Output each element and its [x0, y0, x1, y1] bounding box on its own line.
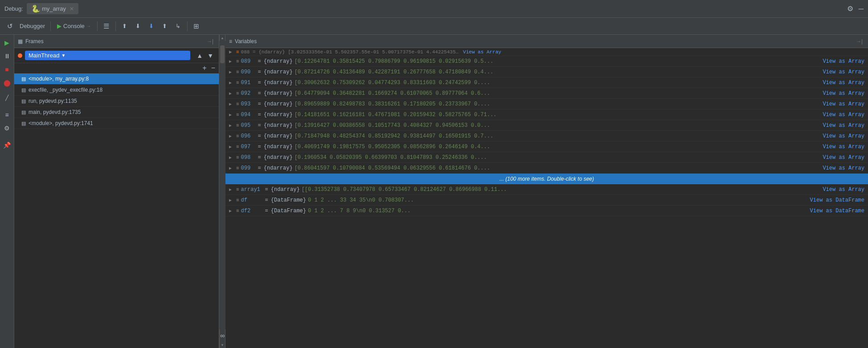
var-index-092: 092 — [241, 90, 255, 97]
view-as-link-099[interactable]: View as Array — [823, 165, 864, 171]
frame-label-3: main, pydevd.py:1735 — [29, 109, 81, 115]
var-value-098: [0.1960534 0.05820395 0.66399703 0.81047… — [295, 154, 819, 161]
var-value-094: [0.14181651 0.16216181 0.47671081 0.2015… — [295, 112, 819, 118]
scroll-track[interactable] — [219, 41, 225, 329]
thread-nav-up-btn[interactable]: ▲ — [195, 51, 205, 60]
variables-icon: ≡ — [229, 38, 232, 45]
variables-pin-btn[interactable]: →| — [854, 37, 864, 45]
var-name-df2: df2 — [241, 208, 262, 214]
separator-3 — [115, 21, 116, 31]
var-row-df2[interactable]: ▶ ≡ df2 = {DataFrame} 0 1 2 ... 7 8 9\n0… — [225, 206, 868, 216]
expand-icon-094[interactable]: ▶ — [229, 112, 234, 117]
view-as-link-090[interactable]: View as Array — [823, 69, 864, 75]
top-hint-view-link[interactable]: View as Array — [463, 49, 501, 55]
rerun-icon[interactable]: ↺ — [4, 20, 16, 32]
expand-icon-096[interactable]: ▶ — [229, 134, 234, 139]
frame-item-2[interactable]: ▤ run, pydevd.py:1135 — [14, 96, 219, 107]
var-type-095: {ndarray} — [264, 122, 293, 129]
view-as-link-095[interactable]: View as Array — [823, 122, 864, 129]
expand-icon-099[interactable]: ▶ — [229, 166, 234, 171]
var-icon-df2: ≡ — [236, 208, 239, 214]
view-as-table-btn[interactable]: ⊞ — [190, 20, 203, 32]
view-as-link-091[interactable]: View as Array — [823, 80, 864, 86]
step-out-btn[interactable]: ⬆ — [159, 20, 171, 32]
sidebar-settings-btn[interactable]: ⚙ — [1, 122, 13, 134]
expand-icon-092[interactable]: ▶ — [229, 91, 234, 96]
var-index-091: 091 — [241, 80, 255, 86]
expand-icon-091[interactable]: ▶ — [229, 80, 234, 85]
step-into-btn[interactable]: ⬇ — [132, 20, 144, 32]
var-row-098[interactable]: ▶ ≡ 098 = {ndarray} [0.1960534 0.0582039… — [225, 152, 868, 163]
view-as-link-094[interactable]: View as Array — [823, 112, 864, 118]
minimize-icon[interactable]: ─ — [859, 5, 864, 13]
view-as-link-097[interactable]: View as Array — [823, 144, 864, 150]
scroll-down-btn[interactable]: ▼ — [219, 342, 225, 348]
frame-item-4[interactable]: ▤ <module>, pydevd.py:1741 — [14, 118, 219, 129]
thread-name: MainThread — [29, 52, 59, 59]
var-row-090[interactable]: ▶ ≡ 090 = {ndarray} [0.87214726 0.431364… — [225, 67, 868, 77]
var-eq-092: = — [258, 90, 261, 97]
expand-icon-090[interactable]: ▶ — [229, 69, 234, 75]
step-into-focus-btn[interactable]: ⬇ — [145, 20, 158, 32]
var-name-array1: array1 — [241, 186, 262, 193]
sidebar-breakpoints-btn[interactable]: ⬤ — [1, 77, 13, 89]
frames-pin-btn[interactable]: →| — [205, 37, 215, 45]
console-btn[interactable]: ▶ Console → — [53, 21, 94, 31]
debug-tab[interactable]: 🐍 my_array ✕ — [27, 3, 78, 14]
remove-frame-btn[interactable]: − — [209, 64, 217, 72]
run-to-cursor-btn[interactable]: ↳ — [172, 20, 184, 32]
var-row-093[interactable]: ▶ ≡ 093 = {ndarray} [0.89659889 0.824987… — [225, 99, 868, 109]
frame-label-2: run, pydevd.py:1135 — [29, 98, 77, 104]
sidebar-pause-btn[interactable]: ⏸ — [1, 50, 13, 62]
expand-icon-df2[interactable]: ▶ — [229, 208, 234, 214]
view-as-link-089[interactable]: View as Array — [823, 58, 864, 65]
thread-status-dot — [18, 53, 22, 58]
var-row-array1[interactable]: ▶ ≡ array1 = {ndarray} [[0.31352738 0.73… — [225, 184, 868, 195]
var-row-096[interactable]: ▶ ≡ 096 = {ndarray} [0.71847948 0.482543… — [225, 131, 868, 142]
more-items-row[interactable]: ... (100 more items. Double-click to see… — [225, 174, 868, 184]
var-value-090: [0.87214726 0.43136489 0.42287191 0.2677… — [295, 69, 819, 75]
tab-close-btn[interactable]: ✕ — [70, 6, 74, 12]
var-row-092[interactable]: ▶ ≡ 092 = {ndarray} [0.64779094 0.364822… — [225, 88, 868, 99]
scroll-up-btn[interactable]: ▲ — [219, 35, 225, 41]
frame-item-1[interactable]: ▤ execfile, _pydev_execfile.py:18 — [14, 85, 219, 96]
sidebar-resume-btn[interactable]: ▶ — [1, 36, 13, 49]
expand-icon-df[interactable]: ▶ — [229, 198, 234, 203]
view-as-link-092[interactable]: View as Array — [823, 90, 864, 97]
sidebar-stop-btn[interactable]: ■ — [1, 63, 13, 76]
var-eq-098: = — [258, 154, 261, 161]
view-as-link-array1[interactable]: View as Array — [823, 186, 864, 193]
settings-icon[interactable]: ⚙ — [847, 4, 853, 13]
expand-icon-array1[interactable]: ▶ — [229, 187, 234, 192]
expand-icon-098[interactable]: ▶ — [229, 155, 234, 160]
expand-icon-093[interactable]: ▶ — [229, 101, 234, 107]
thread-dropdown[interactable]: MainThread ▼ — [25, 51, 190, 60]
view-as-link-df2[interactable]: View as DataFrame — [810, 208, 864, 214]
expand-icon-089[interactable]: ▶ — [229, 59, 234, 64]
sidebar-stack-btn[interactable]: ≡ — [1, 109, 13, 121]
view-as-link-098[interactable]: View as Array — [823, 154, 864, 161]
var-row-094[interactable]: ▶ ≡ 094 = {ndarray} [0.14181651 0.162161… — [225, 109, 868, 120]
frames-list: ▤ <module>, my_array.py:8 ▤ execfile, _p… — [14, 73, 219, 348]
frame-item-3[interactable]: ▤ main, pydevd.py:1735 — [14, 107, 219, 118]
var-row-df[interactable]: ▶ ≡ df = {DataFrame} 0 1 2 ... 33 34 35\… — [225, 195, 868, 206]
var-row-097[interactable]: ▶ ≡ 097 = {ndarray} [0.40691749 0.198175… — [225, 142, 868, 152]
var-row-089[interactable]: ▶ ≡ 089 = {ndarray} [0.12264781 0.358154… — [225, 56, 868, 67]
var-row-091[interactable]: ▶ ≡ 091 = {ndarray} [0.30062632 0.753092… — [225, 77, 868, 88]
view-as-link-096[interactable]: View as Array — [823, 133, 864, 139]
expand-icon-095[interactable]: ▶ — [229, 123, 234, 128]
sidebar-mute-btn[interactable]: ╱ — [1, 92, 13, 104]
expand-icon-097[interactable]: ▶ — [229, 144, 234, 150]
add-frame-btn[interactable]: + — [201, 64, 208, 72]
debugger-label[interactable]: Debugger — [17, 23, 48, 29]
var-row-099[interactable]: ▶ ≡ 099 = {ndarray} [0.86041597 0.107900… — [225, 163, 868, 174]
step-over-up-btn[interactable]: ⬆ — [119, 20, 131, 32]
frame-item-0[interactable]: ▤ <module>, my_array.py:8 — [14, 73, 219, 85]
var-icon-090: ≡ — [236, 69, 239, 75]
thread-nav-down-btn[interactable]: ▼ — [205, 51, 215, 60]
var-row-095[interactable]: ▶ ≡ 095 = {ndarray} [0.13916427 0.003865… — [225, 120, 868, 131]
view-as-link-df[interactable]: View as DataFrame — [810, 197, 864, 203]
sidebar-pin-btn[interactable]: 📌 — [1, 139, 13, 151]
menu-btn[interactable]: ☰ — [100, 20, 113, 32]
view-as-link-093[interactable]: View as Array — [823, 101, 864, 107]
